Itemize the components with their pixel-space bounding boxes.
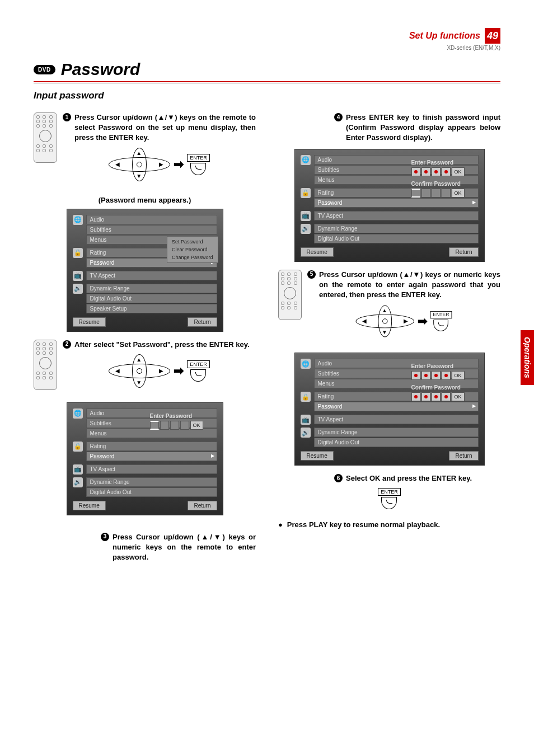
globe-icon: 🌐 [73,408,83,419]
cursor-left-icon: ◀ [115,161,120,167]
step-6-text: Select OK and press the ENTER key. [346,473,500,483]
remote-control-icon [278,270,302,320]
page-header: Set Up functions 49 XD-series (EN/T,M,X) [34,28,500,51]
page-number: 49 [485,28,500,44]
osd-submenu-password: Set Password Clear Password Change Passw… [167,236,218,263]
osd-item-tvaspect: TV Aspect [86,271,217,280]
osd-enter-password-panel: Enter Password OK [150,413,217,434]
step-1-block: 1 Press Cursor up/down (▲/▼) keys on the… [34,112,256,189]
step-1-text: Press Cursor up/down (▲/▼) keys on the r… [74,112,256,143]
osd-sub-change: Change Password [168,253,217,261]
step-4-text: Press ENTER key to finish password input… [346,112,500,143]
osd-item-speaker: Speaker Setup [86,304,217,313]
globe-icon: 🌐 [301,155,311,165]
osd-item-digaudio: Digital Audio Out [86,294,217,303]
lock-icon: 🔒 [73,248,83,258]
step-2: 2 After select "Set Password", press the… [63,340,256,350]
osd-resume-button: Resume [73,317,106,327]
sub-title: Input password [34,90,500,101]
speaker-icon: 🔊 [73,284,83,294]
step-3: 3 Press Cursor up/down (▲/▼) keys or num… [101,532,256,563]
side-tab-operations: Operations [521,330,534,385]
cursor-down-icon: ▼ [136,173,142,179]
dvd-pill-icon: DVD [34,65,55,74]
red-rule [34,81,500,82]
remote-control-icon [34,340,57,390]
section-name: Set Up functions [409,31,480,41]
tv-icon: 📺 [73,464,83,475]
osd-screenshot-1: 🌐 Audio Subtitles Menus 🔒 Rating Passwor… [67,209,223,332]
enter-key-diagram: ENTER [187,154,210,175]
page-title: Password [61,60,140,79]
model-info: XD-series (EN/T,M,X) [34,45,500,51]
gray-rule [34,83,500,83]
lock-icon: 🔒 [301,392,311,402]
lock-icon: 🔒 [73,442,83,452]
speaker-icon: 🔊 [301,224,311,234]
step-2-block: 2 After select "Set Password", press the… [34,340,256,396]
osd-item-dynrange: Dynamic Range [86,284,217,293]
osd-screenshot-4: 🌐 Audio Subtitles Menus 🔒 Rating Passwor… [294,353,485,466]
osd-item-subtitles: Subtitles [86,225,217,234]
remote-control-icon [34,112,57,163]
arrow-right-icon: ➡ [174,157,184,172]
osd-confirm-filled-panel: Enter Password OK Confirm Password OK [411,363,479,406]
step-5: 5 Press Cursor up/down (▲/▼) keys or num… [307,270,500,300]
osd-return-button: Return [188,317,217,327]
osd-item-audio: Audio [86,215,217,224]
osd-sub-set: Set Password [168,238,217,246]
content-columns: 1 Press Cursor up/down (▲/▼) keys on the… [34,112,500,567]
tv-icon: 📺 [73,271,83,281]
enter-key-diagram: ENTER [187,360,210,382]
cursor-right-icon: ▶ [159,161,163,167]
bullet-icon: ● [278,520,283,529]
osd-confirm-password-panel: Enter Password OK Confirm Password OK [411,159,479,202]
tv-icon: 📺 [301,211,311,221]
globe-icon: 🌐 [73,215,83,225]
password-menu-note: (Password menu appears.) [34,196,256,204]
speaker-icon: 🔊 [301,428,311,438]
osd-screenshot-3: 🌐 Audio Subtitles Menus 🔒 Rating Passwor… [294,149,485,262]
lock-icon: 🔒 [301,188,311,198]
enter-label: ENTER [187,154,210,162]
step-number-5: 5 [307,270,316,279]
step-number-6: 6 [334,474,343,482]
right-column: 4 Press ENTER key to finish password inp… [278,112,500,567]
enter-key-diagram: ENTER [430,311,452,331]
tv-icon: 📺 [301,415,311,425]
step-number-3: 3 [101,533,109,541]
osd-sub-clear: Clear Password [168,246,217,253]
cursor-pad-diagram-3: ◀▶ ▲▼ ➡ ENTER [312,306,496,337]
cursor-pad-diagram-2: ◀▶ ▲▼ ➡ ENTER [63,354,256,388]
arrow-right-icon: ➡ [418,314,427,328]
arrow-right-icon: ➡ [174,364,184,378]
step-3-text: Press Cursor up/down (▲/▼) keys or numer… [113,532,256,563]
step-number-1: 1 [63,113,71,121]
step-5-block: 5 Press Cursor up/down (▲/▼) keys or num… [278,270,500,346]
globe-icon: 🌐 [301,359,311,369]
step-5-text: Press Cursor up/down (▲/▼) keys or numer… [319,270,500,300]
step-1: 1 Press Cursor up/down (▲/▼) keys on the… [63,112,256,143]
speaker-icon: 🔊 [73,477,83,487]
cursor-pad-diagram-1: ◀ ▶ ▲ ▼ ➡ ENTER [63,148,256,181]
step-4: 4 Press ENTER key to finish password inp… [334,112,500,143]
cursor-up-icon: ▲ [136,150,142,156]
enter-key-diagram: ENTER [378,488,401,509]
step-6: 6 Select OK and press the ENTER key. [334,473,500,483]
step-number-4: 4 [334,113,343,121]
step-number-2: 2 [63,340,71,349]
left-column: 1 Press Cursor up/down (▲/▼) keys on the… [34,112,256,567]
step-2-text: After select "Set Password", press the E… [74,340,256,350]
osd-screenshot-2: 🌐 Audio Subtitles Menus 🔒 Rating Passwor… [67,402,223,515]
play-note: ● Press PLAY key to resume normal playba… [278,520,500,529]
play-note-text: Press PLAY key to resume normal playback… [287,520,440,529]
title-row: DVD Password [34,60,500,79]
